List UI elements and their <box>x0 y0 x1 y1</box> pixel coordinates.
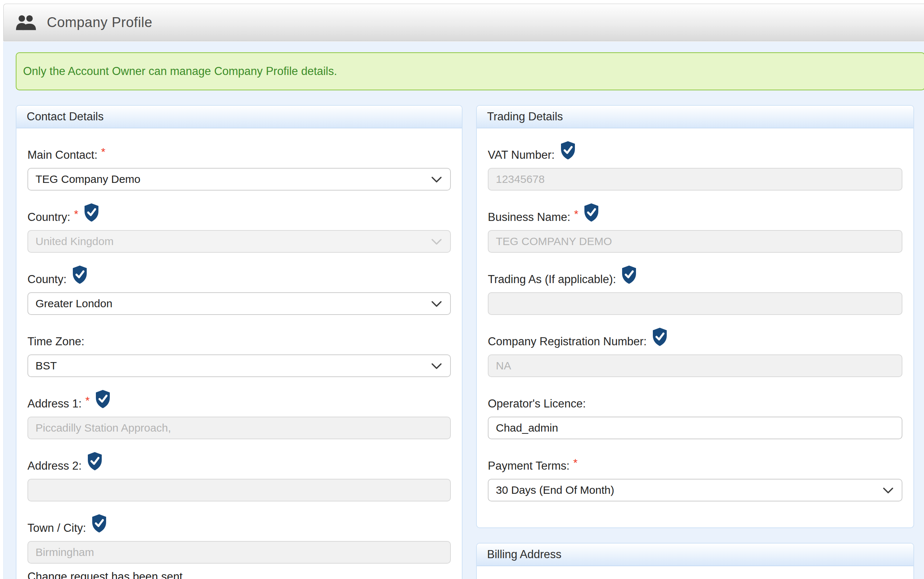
address-2-input-label: Address 2: * <box>28 456 451 476</box>
town-city-input <box>28 541 451 564</box>
chevron-down-icon <box>431 238 442 245</box>
address-2-input-label-text: Address 2: <box>28 460 82 473</box>
business-name-input-label: Business Name: * <box>488 208 903 227</box>
address-2-input <box>28 479 451 502</box>
business-name-input-field: Business Name: * <box>488 208 903 253</box>
company-registration-number-input-label-text: Company Registration Number: <box>488 335 647 348</box>
vat-number-input-label: VAT Number: * <box>488 145 903 165</box>
payment-terms-select-field: Payment Terms: * 30 Days (End Of Month) <box>488 456 903 502</box>
required-asterisk: * <box>74 208 78 220</box>
main-contact-select-label: Main Contact: * <box>28 145 451 165</box>
trading-details-body: VAT Number: * Business Name: * <box>477 128 913 502</box>
country-select: United Kingdom <box>28 230 451 253</box>
required-asterisk: * <box>85 395 90 406</box>
contact-details-body: Main Contact: * TEG Company Demo Country… <box>16 128 462 579</box>
business-name-input-label-text: Business Name: <box>488 211 570 224</box>
page-title: Company Profile <box>47 15 152 30</box>
required-asterisk: * <box>101 146 105 158</box>
contact-details-header: Contact Details <box>16 106 462 128</box>
operators-licence-input-label-text: Operator's Licence: <box>488 397 586 411</box>
county-select-field: County: * Greater London <box>28 270 451 315</box>
payment-terms-select-value: 30 Days (End Of Month) <box>496 484 614 496</box>
trading-as-input <box>488 292 903 315</box>
time-zone-select-label: Time Zone: * <box>28 332 451 352</box>
county-select[interactable]: Greater London <box>28 292 451 315</box>
address-1-input <box>28 417 451 439</box>
main-contact-select[interactable]: TEG Company Demo <box>28 168 451 191</box>
payment-terms-select-label: Payment Terms: * <box>488 456 903 476</box>
town-city-input-label-text: Town / City: <box>28 522 86 535</box>
info-banner: Only the Account Owner can manage Compan… <box>16 52 924 90</box>
vat-number-input-field: VAT Number: * <box>488 145 903 191</box>
required-asterisk: * <box>574 208 578 220</box>
main-contact-select-label-text: Main Contact: <box>28 149 97 162</box>
billing-address-title: Billing Address <box>487 548 561 561</box>
vat-number-input <box>488 168 903 191</box>
trading-details-header: Trading Details <box>477 106 913 128</box>
town-city-input-label: Town / City: * <box>28 518 451 538</box>
address-1-input-label-text: Address 1: <box>28 397 82 411</box>
address-1-input-label: Address 1: * <box>28 394 451 414</box>
company-registration-number-input-label: Company Registration Number: * <box>488 332 903 352</box>
billing-address-body <box>477 566 913 579</box>
verified-shield-icon <box>95 389 111 409</box>
verified-shield-icon <box>72 265 88 284</box>
trading-as-input-field: Trading As (If applicable): * <box>488 270 903 315</box>
payment-terms-select-label-text: Payment Terms: <box>488 460 569 473</box>
time-zone-select[interactable]: BST <box>28 355 451 377</box>
operators-licence-input[interactable] <box>488 417 903 439</box>
county-select-value: Greater London <box>36 298 112 310</box>
verified-shield-icon <box>652 327 668 347</box>
time-zone-select-field: Time Zone: * BST <box>28 332 451 377</box>
verified-shield-icon <box>84 203 100 222</box>
verified-shield-icon <box>621 265 637 284</box>
contact-details-title: Contact Details <box>27 110 103 123</box>
verified-shield-icon <box>87 452 103 471</box>
business-name-input <box>488 230 903 253</box>
chevron-down-icon <box>431 363 442 370</box>
trading-details-title: Trading Details <box>487 110 563 123</box>
billing-address-header: Billing Address <box>477 543 913 566</box>
verified-shield-icon <box>560 141 576 160</box>
address-2-input-field: Address 2: * <box>28 456 451 502</box>
chevron-down-icon <box>431 300 442 307</box>
county-select-label-text: County: <box>28 273 67 286</box>
page-header-bar: Company Profile <box>3 4 924 41</box>
chevron-down-icon <box>883 487 894 494</box>
info-banner-text: Only the Account Owner can manage Compan… <box>23 65 337 78</box>
contact-details-panel: Contact Details Main Contact: * TEG Comp… <box>16 105 462 579</box>
operators-licence-input-field: Operator's Licence: * <box>488 394 903 439</box>
chevron-down-icon <box>431 176 442 183</box>
main-contact-select-value: TEG Company Demo <box>36 173 141 185</box>
change-request-status-text: Change request has been sent <box>28 570 451 579</box>
vat-number-input-label-text: VAT Number: <box>488 149 555 162</box>
verified-shield-icon <box>583 203 600 222</box>
required-asterisk: * <box>573 457 577 469</box>
country-select-value: United Kingdom <box>36 235 113 248</box>
town-city-input-field: Town / City: * <box>28 518 451 564</box>
country-select-label-text: Country: <box>28 211 70 224</box>
country-select-label: Country: * <box>28 208 451 227</box>
page-background: Only the Account Owner can manage Compan… <box>3 42 924 579</box>
address-1-input-field: Address 1: * <box>28 394 451 439</box>
company-registration-number-input <box>488 355 903 377</box>
country-select-field: Country: * United Kingdom <box>28 208 451 253</box>
verified-shield-icon <box>91 514 107 533</box>
billing-address-panel: Billing Address <box>476 543 914 579</box>
time-zone-select-value: BST <box>36 360 57 372</box>
users-icon <box>15 15 37 31</box>
county-select-label: County: * <box>28 270 451 290</box>
time-zone-select-label-text: Time Zone: <box>28 335 85 348</box>
company-registration-number-input-field: Company Registration Number: * <box>488 332 903 377</box>
trading-as-input-label: Trading As (If applicable): * <box>488 270 903 290</box>
payment-terms-select[interactable]: 30 Days (End Of Month) <box>488 479 903 502</box>
trading-as-input-label-text: Trading As (If applicable): <box>488 273 616 286</box>
trading-details-panel: Trading Details VAT Number: * Business N… <box>476 105 914 528</box>
main-contact-select-field: Main Contact: * TEG Company Demo <box>28 145 451 191</box>
operators-licence-input-label: Operator's Licence: * <box>488 394 903 414</box>
